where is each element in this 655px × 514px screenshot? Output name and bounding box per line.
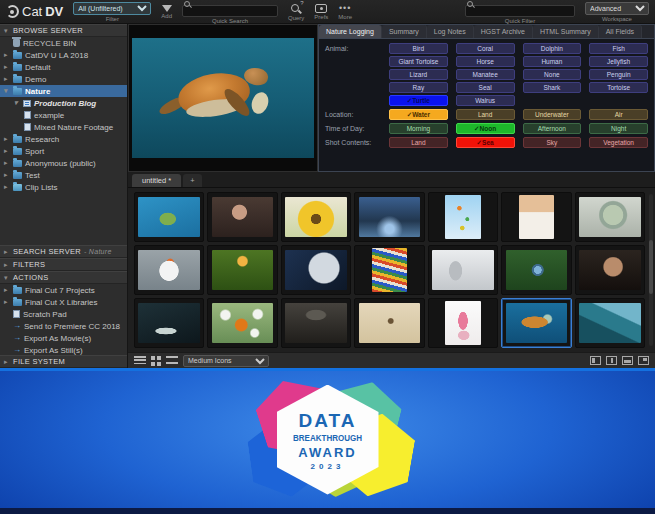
thumbnail-elderly-man[interactable] bbox=[575, 245, 645, 295]
animal-button-coral[interactable]: Coral bbox=[456, 43, 515, 54]
time-button-night[interactable]: Night bbox=[589, 123, 648, 134]
thumbnail-ocean-wave[interactable] bbox=[575, 298, 645, 348]
time-button-morning[interactable]: Morning bbox=[389, 123, 448, 134]
animal-button-shark[interactable]: Shark bbox=[523, 82, 582, 93]
prefs-icon[interactable] bbox=[315, 4, 327, 13]
quick-filter-input[interactable] bbox=[465, 5, 575, 17]
thumbnail-city-bridge[interactable] bbox=[354, 192, 424, 242]
sidebar-item-clip-lists[interactable]: Clip Lists bbox=[0, 181, 127, 193]
animal-button-penguin[interactable]: Penguin bbox=[589, 69, 648, 80]
layout-bottom-panel-icon[interactable] bbox=[622, 356, 633, 365]
action-final-cut-7-projects[interactable]: Final Cut 7 Projects bbox=[0, 284, 127, 296]
action-send-to-premiere[interactable]: Send to Premiere CC 2018 bbox=[0, 320, 127, 332]
grid-scrollbar[interactable] bbox=[649, 194, 653, 346]
search-server-header[interactable]: SEARCH SERVER- Nature bbox=[0, 245, 127, 258]
location-button-underwater[interactable]: Underwater bbox=[523, 109, 582, 120]
shot-button-land[interactable]: Land bbox=[389, 137, 448, 148]
animal-button-tortoise[interactable]: Tortoise bbox=[589, 82, 648, 93]
animal-button-manatee[interactable]: Manatee bbox=[456, 69, 515, 80]
thumbnail-sunflower[interactable] bbox=[281, 192, 351, 242]
tab-nature-logging[interactable]: Nature Logging bbox=[319, 25, 382, 38]
detail-view-icon[interactable] bbox=[166, 356, 178, 366]
thumbnail-island[interactable] bbox=[134, 192, 204, 242]
sidebar-item-anonymous-public[interactable]: Anonymous (public) bbox=[0, 157, 127, 169]
new-tab-button[interactable]: + bbox=[183, 174, 201, 187]
sidebar-item-recycle-bin[interactable]: RECYCLE BIN bbox=[0, 37, 127, 49]
layout-left-panel-icon[interactable] bbox=[590, 356, 601, 365]
thumbnail-moon[interactable] bbox=[281, 245, 351, 295]
browse-server-header[interactable]: BROWSE SERVER bbox=[0, 24, 127, 37]
thumbnail-butterfly[interactable] bbox=[207, 298, 277, 348]
animal-button-bird[interactable]: Bird bbox=[389, 43, 448, 54]
sidebar-item-example[interactable]: example bbox=[0, 109, 127, 121]
time-button-afternoon[interactable]: Afternoon bbox=[523, 123, 582, 134]
thumbnail-woman[interactable] bbox=[207, 192, 277, 242]
thumbnail-sunset[interactable] bbox=[501, 192, 571, 242]
action-export-as-movies[interactable]: Export As Movie(s) bbox=[0, 332, 127, 344]
animal-button-lizard[interactable]: Lizard bbox=[389, 69, 448, 80]
shot-button-sea-selected[interactable]: ✓Sea bbox=[456, 137, 515, 148]
thumbnail-bubble[interactable] bbox=[575, 192, 645, 242]
animal-button-horse[interactable]: Horse bbox=[456, 56, 515, 67]
sidebar-item-sport[interactable]: Sport bbox=[0, 145, 127, 157]
location-button-water-selected[interactable]: ✓Water bbox=[389, 109, 448, 120]
thumbnail-snowy-trees[interactable] bbox=[428, 245, 498, 295]
animal-button-fish[interactable]: Fish bbox=[589, 43, 648, 54]
layout-split-panel-icon[interactable] bbox=[606, 356, 617, 365]
turtle-video-frame[interactable] bbox=[132, 38, 314, 158]
thumbnail-flamingo[interactable] bbox=[428, 298, 498, 348]
animal-button-ray[interactable]: Ray bbox=[389, 82, 448, 93]
tab-log-notes[interactable]: Log Notes bbox=[427, 25, 474, 38]
filter-dropdown[interactable]: All (Unfiltered) bbox=[73, 2, 151, 15]
tab-hgst-archive[interactable]: HGST Archive bbox=[474, 25, 533, 38]
location-button-air[interactable]: Air bbox=[589, 109, 648, 120]
sidebar-item-default[interactable]: Default bbox=[0, 61, 127, 73]
sidebar-item-research[interactable]: Research bbox=[0, 133, 127, 145]
thumbnail-dark-seabird[interactable] bbox=[134, 298, 204, 348]
sidebar-item-production-blog[interactable]: Production Blog bbox=[0, 97, 127, 109]
thumbnail-forest-pool[interactable] bbox=[501, 245, 571, 295]
thumbnail-sea-turtle-selected[interactable] bbox=[501, 298, 571, 348]
thumbnail-boats[interactable] bbox=[354, 245, 424, 295]
shot-button-vegetation[interactable]: Vegetation bbox=[589, 137, 648, 148]
video-preview-pane[interactable] bbox=[128, 24, 318, 172]
thumbnail-bird-on-sand[interactable] bbox=[354, 298, 424, 348]
file-system-header[interactable]: FILE SYSTEM bbox=[0, 355, 127, 368]
sidebar-item-nature-selected[interactable]: Nature bbox=[0, 85, 127, 97]
quick-search-input[interactable] bbox=[182, 5, 278, 17]
thumbnail-balloons[interactable] bbox=[428, 192, 498, 242]
sidebar-item-demo[interactable]: Demo bbox=[0, 73, 127, 85]
grid-view-icon[interactable] bbox=[151, 356, 161, 366]
actions-header[interactable]: ACTIONS bbox=[0, 271, 127, 284]
time-button-noon-selected[interactable]: ✓Noon bbox=[456, 123, 515, 134]
thumbnail-size-dropdown[interactable]: Medium Icons bbox=[183, 355, 269, 367]
action-final-cut-x-libraries[interactable]: Final Cut X Libraries bbox=[0, 296, 127, 308]
list-view-icon[interactable] bbox=[134, 356, 146, 366]
animal-button-none[interactable]: None bbox=[523, 69, 582, 80]
sidebar-item-mixed-nature-footage[interactable]: Mixed Nature Footage bbox=[0, 121, 127, 133]
animal-button-seal[interactable]: Seal bbox=[456, 82, 515, 93]
tab-summary[interactable]: Summary bbox=[382, 25, 427, 38]
thumbnail-cave[interactable] bbox=[281, 298, 351, 348]
sidebar-item-catdv-u-la[interactable]: CatDV U LA 2018 bbox=[0, 49, 127, 61]
layout-corner-panel-icon[interactable] bbox=[638, 356, 649, 365]
animal-button-dolphin[interactable]: Dolphin bbox=[523, 43, 582, 54]
tab-html-summary[interactable]: HTML Summary bbox=[533, 25, 599, 38]
animal-button-walrus[interactable]: Walrus bbox=[456, 95, 515, 106]
action-scratch-pad[interactable]: Scratch Pad bbox=[0, 308, 127, 320]
filters-header[interactable]: FILTERS bbox=[0, 258, 127, 271]
shot-button-sky[interactable]: Sky bbox=[523, 137, 582, 148]
animal-button-turtle-selected[interactable]: ✓Turtle bbox=[389, 95, 448, 106]
thumbnail-garden[interactable] bbox=[207, 245, 277, 295]
location-button-land[interactable]: Land bbox=[456, 109, 515, 120]
tab-untitled[interactable]: untitled * bbox=[132, 174, 181, 187]
animal-button-human[interactable]: Human bbox=[523, 56, 582, 67]
animal-button-jellyfish[interactable]: Jellyfish bbox=[589, 56, 648, 67]
animal-button-giant-tortoise[interactable]: Giant Tortoise bbox=[389, 56, 448, 67]
tab-all-fields[interactable]: All Fields bbox=[599, 25, 642, 38]
sidebar-item-test[interactable]: Test bbox=[0, 169, 127, 181]
workspace-dropdown[interactable]: Advanced bbox=[585, 2, 649, 15]
add-filter-icon[interactable] bbox=[162, 5, 172, 12]
more-icon[interactable]: ••• bbox=[339, 4, 351, 13]
thumbnail-puffin[interactable] bbox=[134, 245, 204, 295]
